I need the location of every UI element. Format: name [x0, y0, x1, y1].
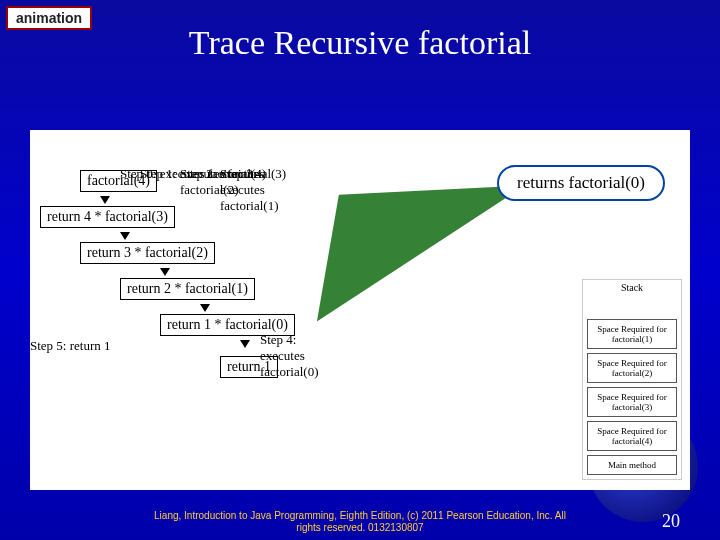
arrow-icon [100, 196, 110, 204]
stack-title: Stack [583, 280, 681, 295]
node-step-1: return 3 * factorial(2) [80, 242, 215, 264]
stack-item: Main method [587, 455, 677, 475]
slide-title: Trace Recursive factorial [0, 24, 720, 62]
page-number: 20 [662, 511, 680, 532]
stack-item: Space Required for factorial(3) [587, 387, 677, 417]
footer: Liang, Introduction to Java Programming,… [0, 510, 720, 534]
content-panel: returns factorial(0) factorial(4) Step 0… [30, 130, 690, 490]
step-label-3: Step 3: executes factorial(1) [220, 166, 295, 214]
footer-line2: rights reserved. 0132130807 [296, 522, 423, 533]
callout-bubble: returns factorial(0) [497, 165, 665, 201]
arrow-icon [120, 232, 130, 240]
step-label-5: Step 5: return 1 [30, 338, 111, 354]
stack-item: Space Required for factorial(1) [587, 319, 677, 349]
arrow-icon [200, 304, 210, 312]
node-step-0: return 4 * factorial(3) [40, 206, 175, 228]
footer-line1: Liang, Introduction to Java Programming,… [154, 510, 566, 521]
step-label-4: Step 4: executes factorial(0) [260, 332, 318, 380]
stack-item: Space Required for factorial(2) [587, 353, 677, 383]
arrow-icon [160, 268, 170, 276]
callout-pointer [255, 185, 525, 324]
stack-panel: Stack Space Required for factorial(1) Sp… [582, 279, 682, 480]
arrow-icon [240, 340, 250, 348]
stack-item: Space Required for factorial(4) [587, 421, 677, 451]
trace-diagram: factorial(4) Step 0: executes factorial(… [40, 170, 295, 378]
node-step-2: return 2 * factorial(1) [120, 278, 255, 300]
